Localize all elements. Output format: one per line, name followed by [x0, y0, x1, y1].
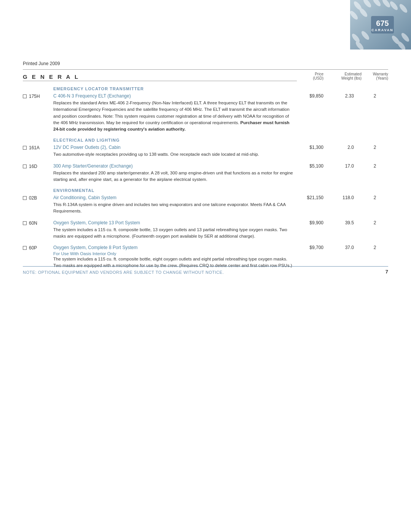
- item-name-60n: Oxygen System, Complete 13 Port System: [53, 220, 293, 225]
- logo-background-svg: 675 CARAVAN: [350, 0, 411, 50]
- item-row-02b: 02B Air Conditioning, Cabin System This …: [23, 195, 388, 215]
- weight-175h: 2.33: [323, 93, 362, 99]
- item-name-02b: Air Conditioning, Cabin System: [53, 195, 293, 200]
- item-desc-16d: Replaces the standard 200 amp starter/ge…: [53, 170, 293, 183]
- logo-container: 675 CARAVAN: [350, 0, 411, 50]
- warranty-161a: 2: [362, 145, 388, 150]
- item-content-16d: 300 Amp Starter/Generator (Exchange) Rep…: [53, 163, 297, 183]
- price-16d: $5,100: [297, 163, 323, 169]
- item-code-175h: 175H: [23, 93, 53, 99]
- warranty-60n: 2: [362, 220, 388, 225]
- column-headers: Price (USD) Estimated Weight (lbs) Warra…: [297, 72, 388, 81]
- item-name-16d: 300 Amp Starter/Generator (Exchange): [53, 163, 293, 169]
- item-code-16d: 16D: [23, 163, 53, 169]
- printed-date: Printed June 2009: [23, 61, 388, 66]
- item-name-161a: 12V DC Power Outlets (2), Cabin: [53, 145, 293, 150]
- weight-60p: 37.0: [323, 245, 362, 250]
- item-row-16d: 16D 300 Amp Starter/Generator (Exchange)…: [23, 163, 388, 183]
- item-values-161a: $1,300 2.0 2: [297, 145, 388, 150]
- item-row-161a: 161A 12V DC Power Outlets (2), Cabin Two…: [23, 145, 388, 158]
- item-values-175h: $9,850 2.33 2: [297, 93, 388, 99]
- checkbox-60n[interactable]: [23, 221, 27, 225]
- svg-text:CARAVAN: CARAVAN: [371, 28, 393, 32]
- footer: NOTE: OPTIONAL EQUIPMENT AND VENDORS ARE…: [23, 266, 388, 275]
- item-content-60n: Oxygen System, Complete 13 Port System T…: [53, 220, 297, 240]
- item-content-161a: 12V DC Power Outlets (2), Cabin Two auto…: [53, 145, 297, 158]
- checkbox-60p[interactable]: [23, 246, 27, 250]
- section-title: G E N E R A L: [23, 73, 297, 81]
- price-02b: $21,150: [297, 195, 323, 200]
- item-code-60n: 60N: [23, 220, 53, 226]
- item-code-161a: 161A: [23, 145, 53, 150]
- weight-col-header: Estimated Weight (lbs): [323, 72, 362, 80]
- subsection-electrical-title: ELECTRICAL AND LIGHTING: [53, 138, 388, 142]
- checkbox-175h[interactable]: [23, 94, 27, 98]
- item-code-02b: 02B: [23, 195, 53, 201]
- checkbox-16d[interactable]: [23, 165, 27, 168]
- warranty-60p: 2: [362, 245, 388, 250]
- warranty-175h: 2: [362, 93, 388, 99]
- warranty-02b: 2: [362, 195, 388, 200]
- checkbox-161a[interactable]: [23, 146, 27, 150]
- svg-text:675: 675: [376, 19, 389, 27]
- item-values-16d: $5,100 17.0 2: [297, 163, 388, 169]
- section-header: G E N E R A L Price (USD) Estimated Weig…: [23, 69, 388, 81]
- footer-note-text: NOTE: OPTIONAL EQUIPMENT AND VENDORS ARE…: [23, 270, 224, 275]
- item-code-60p: 60P: [23, 245, 53, 251]
- item-name-60p: Oxygen System, Complete 8 Port System: [53, 245, 293, 250]
- price-60n: $9,900: [297, 220, 323, 225]
- item-name-175h: C 406-N 3 Frequency ELT (Exchange): [53, 93, 293, 99]
- item-values-60n: $9,900 39.5 2: [297, 220, 388, 225]
- item-row-175h: 175H C 406-N 3 Frequency ELT (Exchange) …: [23, 93, 388, 133]
- warranty-col-header: Warranty (Years): [362, 72, 388, 80]
- subsection-elt-title: EMERGENCY LOCATOR TRANSMITTER: [53, 86, 388, 91]
- weight-02b: 118.0: [323, 195, 362, 200]
- item-desc-161a: Two automotive-style receptacles providi…: [53, 151, 293, 158]
- weight-60n: 39.5: [323, 220, 362, 225]
- item-desc-175h: Replaces the standard Artex ME-406 2-Fre…: [53, 100, 293, 133]
- page-number: 7: [386, 269, 388, 275]
- warranty-16d: 2: [362, 163, 388, 169]
- weight-16d: 17.0: [323, 163, 362, 169]
- price-col-header: Price (USD): [297, 72, 323, 80]
- price-161a: $1,300: [297, 145, 323, 150]
- checkbox-02b[interactable]: [23, 196, 27, 200]
- price-175h: $9,850: [297, 93, 323, 99]
- item-note-60p: For Use With Oasis Interior Only: [53, 251, 293, 256]
- item-content-60p: Oxygen System, Complete 8 Port System Fo…: [53, 245, 297, 269]
- item-desc-02b: This R-134A system is engine driven and …: [53, 201, 293, 215]
- item-values-60p: $9,700 37.0 2: [297, 245, 388, 250]
- item-content-175h: C 406-N 3 Frequency ELT (Exchange) Repla…: [53, 93, 297, 133]
- item-row-60p: 60P Oxygen System, Complete 8 Port Syste…: [23, 245, 388, 269]
- item-values-02b: $21,150 118.0 2: [297, 195, 388, 200]
- item-desc-60n: The system includes a 115 cu. ft. compos…: [53, 227, 293, 240]
- weight-161a: 2.0: [323, 145, 362, 150]
- price-60p: $9,700: [297, 245, 323, 250]
- subsection-environmental-title: ENVIRONMENTAL: [53, 188, 388, 193]
- item-content-02b: Air Conditioning, Cabin System This R-13…: [53, 195, 297, 215]
- item-row-60n: 60N Oxygen System, Complete 13 Port Syst…: [23, 220, 388, 240]
